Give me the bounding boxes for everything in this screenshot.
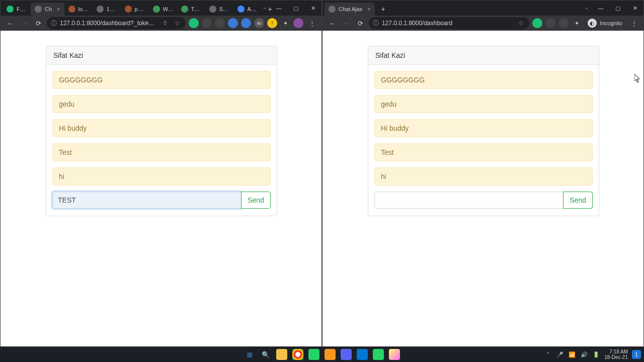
extension-icon[interactable] bbox=[532, 18, 542, 28]
tab[interactable]: php - bbox=[121, 3, 149, 16]
search-button[interactable]: 🔍 bbox=[260, 349, 271, 360]
profile-button[interactable]: ◐ Incognito bbox=[585, 18, 625, 29]
tab[interactable]: SIFAT bbox=[205, 3, 233, 16]
chat-message: GGGGGGGG bbox=[52, 71, 271, 89]
address-bar[interactable]: ⓘ 127.0.0.1:8000/dashboard ☆ bbox=[369, 17, 529, 29]
taskbar-app[interactable] bbox=[308, 349, 319, 360]
system-tray: ˄ 🎤 📶 🔊 🔋 7:18 AM 18-Dec-21 1 bbox=[544, 347, 641, 362]
url-text: 127.0.0.1:8000/dashboard?_token=GvhCqYmT… bbox=[60, 20, 157, 27]
chat-message: Hi buddy bbox=[52, 119, 271, 137]
chat-card: Sifat Kazi GGGGGGGG gedu Hi buddy Test h… bbox=[368, 46, 599, 216]
toolbar: ← → ⟳ ⓘ 127.0.0.1:8000/dashboard ☆ ✦ ◐ I… bbox=[323, 16, 643, 31]
share-icon[interactable]: ⇪ bbox=[160, 19, 170, 28]
taskbar-app-explorer[interactable] bbox=[276, 349, 287, 360]
tab[interactable]: Tryit E bbox=[177, 3, 205, 16]
taskbar-app-discord[interactable] bbox=[341, 349, 352, 360]
chat-card: Sifat Kazi GGGGGGGG gedu Hi buddy Test h… bbox=[46, 46, 277, 216]
tray-wifi-icon[interactable]: 📶 bbox=[568, 350, 576, 358]
bookmark-icon[interactable]: ☆ bbox=[516, 19, 525, 28]
chat-message: Test bbox=[374, 143, 593, 161]
extension-icon[interactable]: ID bbox=[254, 18, 264, 28]
extensions-menu-icon[interactable]: ✦ bbox=[572, 18, 582, 28]
toolbar: ← → ⟳ ⓘ 127.0.0.1:8000/dashboard?_token=… bbox=[1, 16, 321, 31]
window-maximize-button[interactable]: ▢ bbox=[609, 1, 626, 16]
chat-message: gedu bbox=[52, 95, 271, 113]
chat-message: Hi buddy bbox=[374, 119, 593, 137]
profile-avatar[interactable] bbox=[293, 18, 303, 28]
extension-icon[interactable] bbox=[228, 18, 238, 28]
site-info-icon[interactable]: ⓘ bbox=[51, 19, 57, 28]
message-input[interactable] bbox=[374, 192, 563, 209]
extension-icon[interactable] bbox=[202, 18, 212, 28]
taskbar-app-whatsapp[interactable] bbox=[373, 349, 384, 360]
close-icon[interactable]: × bbox=[367, 6, 370, 12]
taskbar-apps: ⊞ 🔍 bbox=[244, 349, 400, 360]
new-tab-button[interactable]: + bbox=[378, 4, 389, 15]
browser-window-left: Fiverr Ch× localh 127.0 php - Wind Tryit… bbox=[0, 0, 322, 347]
browser-window-right: Chat Ajax × + ⌄ — ▢ ✕ ← → ⟳ ⓘ 127.0.0.1:… bbox=[322, 0, 644, 347]
chat-message: gedu bbox=[374, 95, 593, 113]
message-input[interactable] bbox=[52, 192, 241, 209]
chat-header: Sifat Kazi bbox=[46, 46, 277, 65]
window-close-button[interactable]: ✕ bbox=[304, 1, 321, 16]
extension-icon[interactable] bbox=[189, 18, 199, 28]
tab[interactable]: Ajax r bbox=[233, 3, 262, 16]
chat-message: GGGGGGGG bbox=[374, 71, 593, 89]
extension-icon[interactable] bbox=[545, 18, 555, 28]
chat-header: Sifat Kazi bbox=[368, 46, 599, 65]
extension-icon[interactable] bbox=[241, 18, 251, 28]
tab[interactable]: Fiverr bbox=[3, 3, 31, 16]
bookmark-icon[interactable]: ☆ bbox=[173, 19, 182, 28]
taskbar-app-vscode[interactable] bbox=[357, 349, 368, 360]
back-button[interactable]: ← bbox=[327, 18, 338, 29]
page-viewport: Sifat Kazi GGGGGGGG gedu Hi buddy Test h… bbox=[1, 31, 321, 346]
extension-icon[interactable] bbox=[558, 18, 569, 28]
address-bar[interactable]: ⓘ 127.0.0.1:8000/dashboard?_token=GvhCqY… bbox=[47, 17, 186, 29]
start-button[interactable]: ⊞ bbox=[244, 349, 255, 360]
taskbar-app[interactable] bbox=[389, 349, 400, 360]
menu-button[interactable]: ⋮ bbox=[306, 18, 317, 29]
tabstrip: Chat Ajax × + ⌄ — ▢ ✕ bbox=[323, 1, 643, 16]
tab-active[interactable]: Ch× bbox=[31, 3, 64, 16]
tray-battery-icon[interactable]: 🔋 bbox=[592, 350, 600, 358]
forward-button[interactable]: → bbox=[19, 18, 30, 29]
extensions-menu-icon[interactable]: ✦ bbox=[280, 18, 290, 28]
profile-label: Incognito bbox=[600, 20, 622, 26]
incognito-icon: ◐ bbox=[588, 19, 597, 28]
menu-button[interactable]: ⋮ bbox=[628, 18, 639, 29]
taskbar-app[interactable] bbox=[325, 349, 336, 360]
close-icon[interactable]: × bbox=[57, 6, 60, 12]
window-minimize-button[interactable]: — bbox=[270, 1, 287, 16]
tray-mic-icon[interactable]: 🎤 bbox=[556, 350, 564, 358]
tabstrip: Fiverr Ch× localh 127.0 php - Wind Tryit… bbox=[1, 1, 321, 16]
chat-message: Test bbox=[52, 143, 271, 161]
tab[interactable]: 127.0 bbox=[93, 3, 121, 16]
window-close-button[interactable]: ✕ bbox=[626, 1, 643, 16]
chevron-down-icon[interactable]: ⌄ bbox=[580, 1, 592, 14]
taskbar-app-chrome[interactable] bbox=[292, 349, 303, 360]
extension-icon[interactable]: ! bbox=[267, 18, 277, 28]
notification-badge[interactable]: 1 bbox=[632, 350, 641, 359]
taskbar: ⊞ 🔍 ˄ 🎤 📶 🔊 🔋 7:18 AM 18-Dec-21 1 bbox=[0, 347, 644, 362]
reload-button[interactable]: ⟳ bbox=[355, 18, 366, 29]
back-button[interactable]: ← bbox=[5, 18, 16, 29]
clock[interactable]: 7:18 AM 18-Dec-21 bbox=[604, 349, 628, 360]
forward-button[interactable]: → bbox=[341, 18, 352, 29]
tray-volume-icon[interactable]: 🔊 bbox=[580, 350, 588, 358]
send-button[interactable]: Send bbox=[563, 192, 593, 209]
chat-message: hi bbox=[52, 167, 271, 186]
tab[interactable]: Wind bbox=[149, 3, 177, 16]
send-button[interactable]: Send bbox=[241, 192, 271, 209]
chevron-down-icon[interactable]: ⌄ bbox=[258, 1, 270, 14]
tab-active[interactable]: Chat Ajax × bbox=[325, 3, 375, 16]
tab[interactable]: localh bbox=[64, 3, 93, 16]
page-viewport: Sifat Kazi GGGGGGGG gedu Hi buddy Test h… bbox=[323, 31, 643, 346]
tray-chevron-icon[interactable]: ˄ bbox=[544, 350, 552, 358]
window-maximize-button[interactable]: ▢ bbox=[287, 1, 304, 16]
extension-icon[interactable] bbox=[215, 18, 225, 28]
reload-button[interactable]: ⟳ bbox=[33, 18, 44, 29]
window-minimize-button[interactable]: — bbox=[592, 1, 609, 16]
mouse-cursor-icon bbox=[634, 74, 640, 83]
clock-time: 7:18 AM bbox=[604, 349, 628, 354]
site-info-icon[interactable]: ⓘ bbox=[373, 19, 379, 28]
